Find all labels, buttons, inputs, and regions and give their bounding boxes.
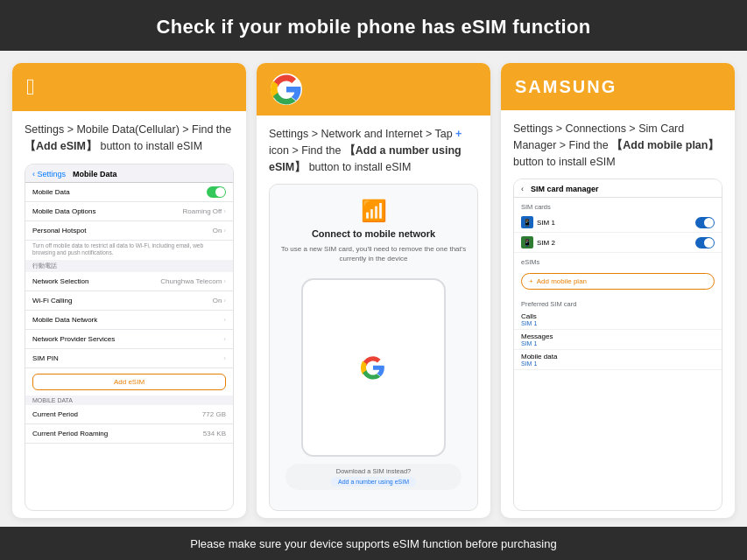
google-logo-icon [271,74,302,105]
mobile-data-preferred-label: Mobile data [521,353,715,360]
network-selection-label: Network Selection [32,277,88,285]
apple-icon:  [26,74,35,101]
network-provider-label: Network Provider Services [32,335,115,343]
page-title: Check if your mobile phone has eSIM func… [156,16,590,38]
samsung-esims-section: eSIMs [514,253,722,268]
apple-note: Turn off mobile data to restrict all dat… [25,241,233,261]
apple-description: Settings > Mobile Data(Cellular) > Find … [25,122,234,155]
samsung-card-body: Settings > Connections > Sim Card Manage… [501,110,735,518]
google-g-icon [361,355,385,380]
messages-sub: SIM 1 [521,340,715,346]
sim2-label: SIM 2 [537,239,555,247]
main-container: Check if your mobile phone has eSIM func… [0,0,747,560]
personal-hotspot-row: Personal Hotspot On › [25,221,233,241]
mobile-data-network-label: Mobile Data Network [32,316,97,324]
calls-sub: SIM 1 [521,320,715,326]
current-period-value: 772 GB [202,410,226,418]
samsung-card: SAMSUNG Settings > Connections > Sim Car… [501,63,735,518]
mobile-data-network-chevron: › [223,316,226,324]
google-phone-mockup: 📶 Connect to mobile network To use a new… [269,184,478,511]
samsung-card-header: SAMSUNG [501,63,735,110]
wifi-calling-label: Wi-Fi Calling [32,297,72,304]
personal-hotspot-label: Personal Hotspot [32,227,86,234]
samsung-back-btn: ‹ [521,185,524,193]
samsung-sim-cards-section: SIM cards [514,198,722,213]
title-bar: Check if your mobile phone has eSIM func… [0,0,747,51]
google-connect-title: Connect to mobile network [280,228,467,239]
network-provider-row: Network Provider Services › [25,330,233,349]
mobile-data-options-row: Mobile Data Options Roaming Off › [25,202,233,221]
add-plan-label: Add mobile plan [537,277,587,285]
apple-card-header:  [12,63,246,111]
mobile-data-toggle [207,186,226,198]
sim2-icon: 📱 [521,236,533,248]
sim2-row: 📱 SIM 2 [514,233,722,253]
sim1-label: SIM 1 [537,219,555,227]
apple-nav-title: Mobile Data [73,170,117,178]
current-period-roaming-value: 534 KB [203,430,226,438]
current-period-row: Current Period 772 GB [25,405,233,424]
mobile-data-network-row: Mobile Data Network › [25,311,233,330]
mobile-data-options-label: Mobile Data Options [32,207,95,215]
sim2-left: 📱 SIM 2 [521,236,555,248]
mobile-data-label: Mobile Data [32,188,70,196]
google-card-body: Settings > Network and Internet > Tap + … [257,116,490,518]
mobile-data-row: Mobile Data [25,183,233,202]
sim-pin-chevron: › [223,354,226,362]
sim-pin-row: SIM PIN › [25,349,233,368]
current-period-label: Current Period [32,410,78,418]
wifi-calling-value: On › [213,297,226,304]
apple-card-body: Settings > Mobile Data(Cellular) > Find … [12,111,246,518]
signal-bars-icon: 📶 [280,199,467,223]
add-esim-button[interactable]: Add eSIM [32,374,226,390]
samsung-preferred-section: Preferred SIM card [514,295,722,310]
network-selection-value: Chunghwa Telecom › [160,277,226,285]
sim1-toggle [695,217,715,228]
messages-label: Messages [521,332,715,340]
cards-area:  Settings > Mobile Data(Cellular) > Fin… [0,51,747,527]
sim1-icon: 📱 [521,216,533,228]
google-card-header [257,63,490,116]
samsung-description: Settings > Connections > Sim Card Manage… [513,121,722,170]
sim2-toggle [695,237,715,248]
samsung-nav-title: SIM card manager [531,185,599,193]
add-number-using-esim-button[interactable]: Add a number using eSIM [331,477,416,486]
network-provider-chevron: › [223,335,226,343]
footer-text: Please make sure your device supports eS… [190,537,556,550]
mobile-data-sub: SIM 1 [521,360,715,367]
current-period-roaming-row: Current Period Roaming 534 KB [25,424,233,444]
apple-back-btn: ‹ Settings [32,170,66,178]
google-download-text: Download a SIM instead? [336,467,411,475]
network-selection-row: Network Selection Chunghwa Telecom › [25,272,233,291]
wifi-calling-row: Wi-Fi Calling On › [25,291,233,311]
calls-label: Calls [521,312,715,320]
samsung-phone-mockup: ‹ SIM card manager SIM cards 📱 SIM 1 📱 [513,178,722,511]
google-phone-inner [301,278,447,457]
sim-pin-label: SIM PIN [32,354,59,362]
google-connect-area: 📶 Connect to mobile network To use a new… [270,185,477,270]
sim1-row: 📱 SIM 1 [514,213,722,233]
google-download-bar: Download a SIM instead? Add a number usi… [285,464,462,490]
plus-icon: + [529,277,533,285]
samsung-nav-bar: ‹ SIM card manager [514,179,722,198]
apple-nav-bar: ‹ Settings Mobile Data [25,164,233,183]
google-description: Settings > Network and Internet > Tap + … [269,126,478,175]
mobile-data-options-value: Roaming Off › [183,207,226,215]
samsung-brand-text: SAMSUNG [515,77,617,97]
add-mobile-plan-button[interactable]: + Add mobile plan [521,273,715,290]
mobile-data-preferred-row: Mobile data SIM 1 [514,350,722,370]
personal-hotspot-value: On › [213,227,226,234]
apple-card:  Settings > Mobile Data(Cellular) > Fin… [12,63,246,518]
apple-phone-mockup: ‹ Settings Mobile Data Mobile Data Mobil… [25,164,234,512]
messages-preferred-row: Messages SIM 1 [514,330,722,350]
current-period-roaming-label: Current Period Roaming [32,430,108,438]
google-connect-desc: To use a new SIM card, you'll need to re… [280,244,467,263]
mobile-data-section-header: MOBILE DATA [25,396,233,405]
sim1-left: 📱 SIM 1 [521,216,555,228]
footer-bar: Please make sure your device supports eS… [0,527,747,560]
calls-preferred-row: Calls SIM 1 [514,310,722,330]
google-card: Settings > Network and Internet > Tap + … [257,63,490,518]
apple-section-carrier: 行動電話 [25,260,233,272]
